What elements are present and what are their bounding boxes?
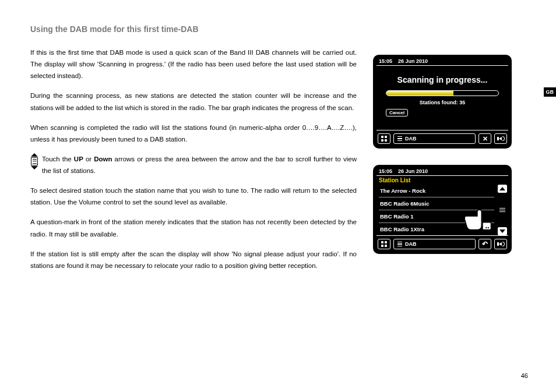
apps-button[interactable] [378, 239, 390, 249]
scroll-up-button[interactable] [498, 185, 507, 193]
close-button[interactable]: ✕ [478, 133, 491, 144]
paragraph: During the scanning process, as new stat… [30, 90, 357, 113]
paragraph: To select desired station touch the stat… [30, 185, 357, 208]
mode-button[interactable]: DAB [393, 133, 476, 144]
date-text: 26 Jun 2010 [398, 168, 428, 174]
clock-text: 15:05 [379, 58, 392, 64]
volume-icon [497, 242, 505, 246]
section-title: Using the DAB mode for this first time-D… [30, 24, 528, 34]
back-button[interactable]: ↶ [478, 239, 491, 249]
page-number: 46 [521, 372, 528, 379]
mode-button[interactable]: DAB [393, 239, 476, 249]
paragraph: If this is the first time that DAB mode … [30, 47, 357, 82]
volume-button[interactable] [494, 133, 507, 144]
pointing-hand-icon [462, 204, 493, 234]
scan-title: Scanning in progress... [381, 75, 504, 84]
scroll-track-icon [499, 208, 505, 212]
mode-label: DAB [405, 241, 417, 247]
svg-point-1 [485, 227, 487, 228]
svg-point-2 [488, 227, 489, 228]
close-icon: ✕ [483, 135, 488, 143]
date-text: 26 Jun 2010 [398, 58, 428, 64]
scroll-down-button[interactable] [498, 227, 507, 235]
volume-button[interactable] [494, 239, 507, 249]
station-item[interactable]: The Arrow - Rock [379, 185, 494, 197]
radio-scanning-figure: 15:05 26 Jun 2010 Scanning in progress..… [373, 55, 512, 149]
paragraph: Touch the UP or Down arrows or press the… [42, 153, 357, 176]
station-list-header: Station List [374, 176, 511, 185]
apps-icon [381, 241, 387, 247]
svg-rect-0 [483, 223, 491, 230]
list-icon [397, 242, 402, 247]
apps-icon [381, 136, 387, 142]
volume-icon [497, 136, 505, 141]
cancel-button[interactable]: Cancel [386, 109, 408, 116]
radio-station-list-figure: 15:05 26 Jun 2010 Station List The Arrow… [373, 165, 512, 254]
scroll-arrows-icon [30, 153, 38, 169]
body-text: If this is the first time that DAB mode … [30, 47, 357, 280]
paragraph: A question-mark in front of the station … [30, 216, 357, 239]
language-tab: GB [544, 87, 557, 97]
stations-found-text: Stations found: 35 [381, 100, 504, 105]
paragraph: If the station list is still empty after… [30, 248, 357, 271]
progress-bar [386, 90, 499, 96]
mode-label: DAB [405, 136, 417, 142]
clock-text: 15:05 [379, 168, 392, 174]
back-icon: ↶ [482, 241, 488, 248]
apps-button[interactable] [378, 133, 390, 144]
list-icon [397, 136, 402, 142]
paragraph: When scanning is completed the radio wil… [30, 122, 357, 145]
chevron-up-icon [499, 187, 505, 190]
chevron-down-icon [499, 229, 505, 233]
